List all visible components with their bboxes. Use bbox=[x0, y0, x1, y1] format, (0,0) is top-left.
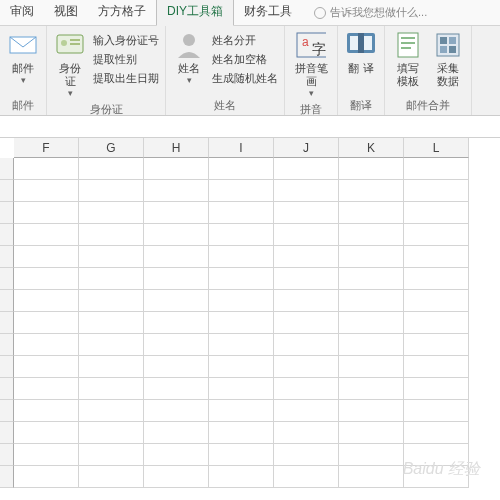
row-header[interactable] bbox=[0, 444, 14, 466]
cell[interactable] bbox=[339, 466, 404, 488]
cell[interactable] bbox=[144, 224, 209, 246]
cell[interactable] bbox=[144, 290, 209, 312]
cell[interactable] bbox=[339, 356, 404, 378]
cell[interactable] bbox=[339, 334, 404, 356]
extract-gender[interactable]: 提取性别 bbox=[91, 51, 161, 68]
cell[interactable] bbox=[339, 444, 404, 466]
fill-template-button[interactable]: 填写 模板 bbox=[389, 28, 427, 90]
cell[interactable] bbox=[79, 268, 144, 290]
cell[interactable] bbox=[274, 290, 339, 312]
cell[interactable] bbox=[274, 422, 339, 444]
cell[interactable] bbox=[209, 202, 274, 224]
cell[interactable] bbox=[274, 246, 339, 268]
cell[interactable] bbox=[79, 246, 144, 268]
cell[interactable] bbox=[274, 444, 339, 466]
cell[interactable] bbox=[144, 422, 209, 444]
cell[interactable] bbox=[144, 202, 209, 224]
column-header[interactable]: F bbox=[14, 138, 79, 158]
row-header[interactable] bbox=[0, 290, 14, 312]
column-header[interactable]: L bbox=[404, 138, 469, 158]
tab-review[interactable]: 审阅 bbox=[0, 0, 44, 25]
cell[interactable] bbox=[404, 202, 469, 224]
mail-button[interactable]: 邮件 bbox=[4, 28, 42, 87]
cell[interactable] bbox=[14, 268, 79, 290]
name-add-space[interactable]: 姓名加空格 bbox=[210, 51, 280, 68]
cell[interactable] bbox=[339, 246, 404, 268]
name-random[interactable]: 生成随机姓名 bbox=[210, 70, 280, 87]
cell[interactable] bbox=[404, 180, 469, 202]
cell[interactable] bbox=[209, 158, 274, 180]
cell[interactable] bbox=[339, 158, 404, 180]
cell[interactable] bbox=[274, 356, 339, 378]
row-header[interactable] bbox=[0, 202, 14, 224]
tab-diy-toolbox[interactable]: DIY工具箱 bbox=[156, 0, 234, 26]
cell[interactable] bbox=[209, 268, 274, 290]
row-header[interactable] bbox=[0, 224, 14, 246]
cell[interactable] bbox=[339, 180, 404, 202]
cell[interactable] bbox=[274, 268, 339, 290]
cell[interactable] bbox=[144, 158, 209, 180]
cell[interactable] bbox=[79, 158, 144, 180]
cell[interactable] bbox=[339, 400, 404, 422]
cell[interactable] bbox=[14, 466, 79, 488]
cell[interactable] bbox=[209, 378, 274, 400]
collect-data-button[interactable]: 采集 数据 bbox=[429, 28, 467, 90]
cell[interactable] bbox=[339, 422, 404, 444]
formula-bar[interactable] bbox=[0, 116, 500, 138]
cell[interactable] bbox=[209, 466, 274, 488]
cell[interactable] bbox=[144, 466, 209, 488]
cell[interactable] bbox=[274, 180, 339, 202]
row-header[interactable] bbox=[0, 246, 14, 268]
cell[interactable] bbox=[404, 422, 469, 444]
cell[interactable] bbox=[14, 400, 79, 422]
translate-button[interactable]: 翻 译 bbox=[342, 28, 380, 77]
cell[interactable] bbox=[274, 400, 339, 422]
cell[interactable] bbox=[404, 400, 469, 422]
cell[interactable] bbox=[144, 444, 209, 466]
cell[interactable] bbox=[79, 444, 144, 466]
cell[interactable] bbox=[404, 356, 469, 378]
cell[interactable] bbox=[144, 400, 209, 422]
cell[interactable] bbox=[79, 356, 144, 378]
cell[interactable] bbox=[274, 378, 339, 400]
name-split[interactable]: 姓名分开 bbox=[210, 32, 280, 49]
cell[interactable] bbox=[14, 180, 79, 202]
tab-ffgz[interactable]: 方方格子 bbox=[88, 0, 156, 25]
cell[interactable] bbox=[339, 312, 404, 334]
row-header[interactable] bbox=[0, 356, 14, 378]
cell[interactable] bbox=[339, 202, 404, 224]
cell[interactable] bbox=[274, 334, 339, 356]
cell[interactable] bbox=[79, 290, 144, 312]
cell[interactable] bbox=[14, 334, 79, 356]
cell[interactable] bbox=[144, 334, 209, 356]
cell[interactable] bbox=[14, 202, 79, 224]
column-header[interactable]: I bbox=[209, 138, 274, 158]
cell[interactable] bbox=[404, 246, 469, 268]
row-header[interactable] bbox=[0, 400, 14, 422]
spreadsheet-grid[interactable]: FGHIJKL bbox=[0, 138, 500, 488]
cell[interactable] bbox=[144, 246, 209, 268]
cell[interactable] bbox=[209, 356, 274, 378]
cell[interactable] bbox=[274, 466, 339, 488]
column-header[interactable]: G bbox=[79, 138, 144, 158]
extract-birthdate[interactable]: 提取出生日期 bbox=[91, 70, 161, 87]
tell-me-hint[interactable]: 告诉我您想做什么... bbox=[314, 5, 427, 25]
column-header[interactable]: J bbox=[274, 138, 339, 158]
cell[interactable] bbox=[209, 180, 274, 202]
column-header[interactable]: H bbox=[144, 138, 209, 158]
row-header[interactable] bbox=[0, 158, 14, 180]
cell[interactable] bbox=[209, 312, 274, 334]
cell[interactable] bbox=[14, 378, 79, 400]
cell[interactable] bbox=[339, 268, 404, 290]
row-header[interactable] bbox=[0, 466, 14, 488]
cell[interactable] bbox=[14, 224, 79, 246]
cell[interactable] bbox=[209, 290, 274, 312]
cell[interactable] bbox=[209, 444, 274, 466]
row-header[interactable] bbox=[0, 378, 14, 400]
cell[interactable] bbox=[274, 202, 339, 224]
cell[interactable] bbox=[404, 334, 469, 356]
cell[interactable] bbox=[14, 158, 79, 180]
cell[interactable] bbox=[79, 334, 144, 356]
row-header[interactable] bbox=[0, 180, 14, 202]
input-id-number[interactable]: 输入身份证号 bbox=[91, 32, 161, 49]
